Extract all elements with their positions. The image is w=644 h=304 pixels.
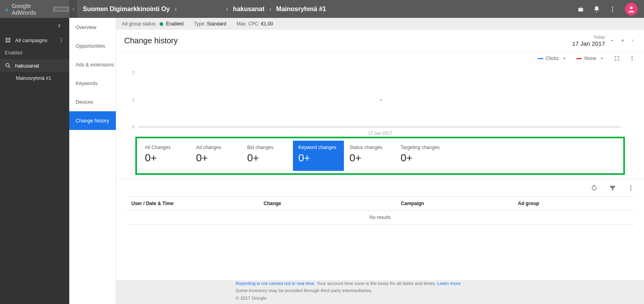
y-tick-2: 2 [132, 70, 135, 75]
chart-card: Clicks None 2 1 0 17 Jan 2017 All Change [116, 52, 644, 280]
page-header-card: Change history Today 17 Jan 2017 [116, 30, 644, 52]
maxcpc-value[interactable]: €1.00 [261, 21, 273, 27]
breadcrumb-account[interactable]: Suomen Digimarkkinointi Oy [83, 6, 170, 13]
tile-targeting-changes[interactable]: Targeting changes 0+ [395, 141, 447, 171]
svg-point-1 [612, 8, 613, 10]
svg-point-13 [632, 56, 633, 57]
breadcrumbs: Suomen Digimarkkinointi Oy › › hakusanat… [77, 6, 326, 13]
nav-change-history[interactable]: Change history [69, 111, 116, 130]
person-icon [627, 5, 635, 13]
footer-line1b: . Your account time zone is the basis fo… [314, 281, 437, 286]
svg-rect-6 [6, 41, 8, 43]
nav-overview[interactable]: Overview [69, 18, 116, 37]
status-bar: Ad group status: Enabled Type: Standard … [116, 18, 644, 30]
more-vert-icon[interactable] [627, 184, 634, 192]
unfold-icon [57, 23, 62, 29]
breadcrumb-adgroup[interactable]: Mainosryhmä #1 [276, 6, 326, 13]
maxcpc-field: Max. CPC: €1.00 [237, 21, 273, 27]
tile-ad-changes[interactable]: Ad changes 0+ [191, 141, 242, 171]
bell-icon[interactable] [593, 6, 600, 13]
tile-keyword-changes[interactable]: Keyword changes 0+ [293, 141, 344, 171]
brand-name: Google AdWords [12, 2, 49, 16]
campaign-name: hakusanat [15, 63, 39, 69]
tile-label: Ad changes [196, 145, 236, 150]
tile-label: Bid changes [247, 145, 287, 150]
footer-copyright: © 2017 Google [236, 294, 640, 302]
breadcrumb-campaign[interactable]: hakusanat [233, 6, 264, 13]
x-axis-line [139, 127, 620, 127]
metric2-selector[interactable]: None [576, 55, 605, 62]
changes-table: User / Date & Time Change Campaign Ad gr… [126, 196, 634, 225]
col-campaign[interactable]: Campaign [395, 197, 512, 211]
tile-status-changes[interactable]: Status changes 0+ [344, 141, 395, 171]
svg-point-0 [612, 6, 613, 8]
metric2-swatch-icon [576, 58, 582, 59]
nav-ads-extensions[interactable]: Ads & extensions [69, 55, 116, 74]
chevron-left-icon[interactable] [619, 37, 626, 44]
adgroup-status: Ad group status: Enabled [122, 21, 183, 27]
svg-point-15 [632, 60, 633, 61]
chevron-left-icon [71, 7, 75, 11]
svg-line-12 [9, 66, 10, 68]
svg-point-14 [632, 58, 633, 59]
main-content: Ad group status: Enabled Type: Standard … [116, 18, 644, 304]
collapse-sidebar-button[interactable] [69, 0, 77, 18]
chart-plot: 2 1 0 17 Jan 2017 [116, 65, 644, 137]
svg-point-16 [630, 185, 632, 186]
topbar-actions [577, 3, 644, 15]
svg-point-10 [61, 41, 62, 43]
sidebar-adgroup-item[interactable]: Mainosryhmä #1 [0, 72, 69, 85]
metric1-selector[interactable]: Clicks [538, 55, 568, 62]
nav-keywords[interactable]: Keywords [69, 74, 116, 93]
change-tiles-wrap: All Changes 0+ Ad changes 0+ Bid changes… [116, 137, 644, 179]
more-vert-icon[interactable] [629, 55, 635, 62]
adgroup-status-value[interactable]: Enabled [166, 21, 183, 27]
tile-label: Status changes [349, 145, 390, 150]
chart-toolbar: Clicks None [116, 52, 644, 65]
footer-reporting-link[interactable]: Reporting is not carried out in real tim… [236, 281, 314, 286]
col-adgroup[interactable]: Ad group [512, 197, 634, 211]
more-vert-icon[interactable] [609, 6, 616, 13]
chevron-right-icon: › [175, 6, 177, 13]
nav-opportunities[interactable]: Opportunities [69, 37, 116, 55]
date-range-picker[interactable]: Today 17 Jan 2017 [572, 35, 636, 47]
avatar[interactable] [625, 3, 638, 15]
tile-bid-changes[interactable]: Bid changes 0+ [242, 141, 293, 171]
filter-icon[interactable] [609, 184, 616, 192]
chevron-right-icon: › [226, 6, 228, 13]
svg-point-3 [630, 6, 633, 9]
sidebar-enabled-filter[interactable]: Enabled [0, 46, 69, 59]
dropdown-icon [561, 55, 568, 62]
adwords-logo-icon [4, 6, 9, 12]
svg-rect-4 [6, 38, 8, 40]
fullscreen-icon[interactable] [614, 55, 620, 62]
left-sidebar: All campaigns Enabled hakusanat Mainosry… [0, 18, 69, 304]
svg-point-9 [61, 40, 62, 41]
dropdown-icon [599, 55, 605, 62]
tile-all-changes[interactable]: All Changes 0+ [139, 141, 191, 171]
svg-point-18 [630, 189, 632, 190]
col-change[interactable]: Change [258, 197, 395, 211]
grid-icon [5, 37, 11, 43]
chevron-right-icon[interactable] [630, 37, 636, 44]
type-label: Type: [194, 21, 205, 27]
tile-label: Targeting changes [401, 145, 441, 150]
tile-value: 0+ [247, 152, 287, 164]
briefcase-icon[interactable] [577, 6, 584, 13]
col-user-date[interactable]: User / Date & Time [126, 197, 258, 211]
sidebar-sort-row[interactable] [0, 18, 69, 34]
tile-value: 0+ [196, 152, 236, 164]
more-vert-icon[interactable] [58, 37, 64, 43]
svg-rect-5 [8, 38, 10, 40]
adgroup-status-label: Ad group status: [122, 21, 156, 27]
tile-value: 0+ [145, 152, 185, 164]
refresh-icon[interactable] [591, 184, 598, 192]
sidebar-all-campaigns[interactable]: All campaigns [0, 34, 69, 46]
y-tick-0: 0 [132, 124, 135, 129]
svg-point-11 [6, 64, 9, 67]
footer-learn-more-link[interactable]: Learn more [437, 281, 461, 286]
dropdown-icon[interactable] [609, 37, 615, 44]
nav-devices[interactable]: Devices [69, 93, 116, 111]
sidebar-campaign-item[interactable]: hakusanat [0, 59, 69, 72]
footer: Reporting is not carried out in real tim… [236, 280, 640, 302]
